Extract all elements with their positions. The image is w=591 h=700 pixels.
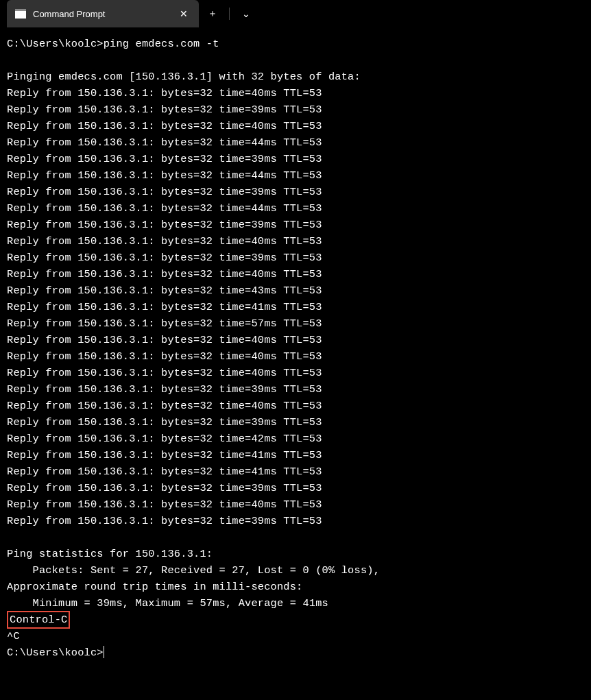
stats-header: Ping statistics for 150.136.3.1: xyxy=(7,548,213,560)
titlebar: Command Prompt ✕ ＋ ⌄ xyxy=(0,0,591,27)
prompt: C:\Users\koolc> xyxy=(7,38,104,50)
new-tab-button[interactable]: ＋ xyxy=(199,0,226,27)
terminal-tab[interactable]: Command Prompt ✕ xyxy=(7,0,199,27)
cursor xyxy=(104,646,105,658)
minmax-line: Minimum = 39ms, Maximum = 57ms, Average … xyxy=(7,597,328,610)
command: ping emdecs.com -t xyxy=(104,38,219,50)
terminal-output[interactable]: C:\Users\koolc>ping emdecs.com -t Pingin… xyxy=(0,27,591,669)
ping-header: Pinging emdecs.com [150.136.3.1] with 32… xyxy=(7,71,361,83)
close-tab-button[interactable]: ✕ xyxy=(177,7,191,21)
tab-title: Command Prompt xyxy=(33,9,170,19)
approx-header: Approximate round trip times in milli-se… xyxy=(7,581,302,593)
divider xyxy=(229,8,230,20)
prompt: C:\Users\koolc> xyxy=(7,647,104,659)
control-c-highlight: Control-C xyxy=(7,611,70,629)
packets-line: Packets: Sent = 27, Received = 27, Lost … xyxy=(7,564,380,577)
caret-c: ^C xyxy=(7,630,20,642)
tab-dropdown-button[interactable]: ⌄ xyxy=(232,0,260,27)
terminal-icon xyxy=(15,9,26,19)
ping-replies: Reply from 150.136.3.1: bytes=32 time=40… xyxy=(7,85,584,529)
titlebar-controls: ＋ ⌄ xyxy=(199,0,260,27)
